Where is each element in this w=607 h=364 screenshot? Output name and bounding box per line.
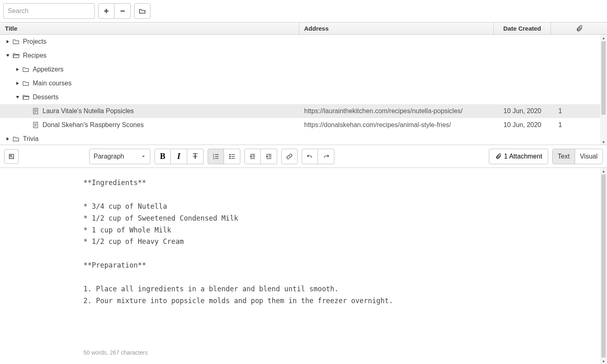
tree-row[interactable]: Laura Vitale's Nutella Popsicleshttps://… <box>0 104 607 118</box>
title-cell: Desserts <box>0 94 299 101</box>
remove-button[interactable] <box>114 3 131 19</box>
caret-right-icon[interactable] <box>5 137 11 141</box>
title-cell: Main courses <box>0 80 299 87</box>
plus-icon <box>103 7 110 15</box>
caret-right-icon[interactable] <box>15 67 20 71</box>
title-cell: Laura Vitale's Nutella Popsicles <box>0 107 299 115</box>
bold-button[interactable]: B <box>155 149 171 164</box>
scroll-thumb[interactable] <box>601 41 606 115</box>
row-title: Appetizers <box>33 66 64 73</box>
tree-row[interactable]: Recipes <box>0 49 607 63</box>
folder-icon <box>22 80 29 87</box>
title-cell: Recipes <box>0 52 299 59</box>
tree-row[interactable]: Projects <box>0 35 607 49</box>
paperclip-icon <box>495 153 502 160</box>
italic-button[interactable]: I <box>171 149 187 164</box>
column-date[interactable]: Date Created <box>494 22 551 34</box>
title-cell: Donal Skehan's Raspberry Scones <box>0 121 299 129</box>
title-cell: Projects <box>0 38 299 45</box>
folder-icon <box>139 7 146 15</box>
column-address[interactable]: Address <box>299 22 494 34</box>
date-cell: 10 Jun, 2020 <box>494 121 551 129</box>
ordered-list-icon: 123 <box>213 153 219 160</box>
attachment-cell: 1 <box>551 107 607 115</box>
title-cell: Trivia <box>0 135 299 143</box>
scroll-down-arrow[interactable]: ▾ <box>600 358 607 364</box>
view-text-button[interactable]: Text <box>553 149 574 164</box>
title-cell: Appetizers <box>0 66 299 73</box>
folder-open-icon <box>22 94 29 101</box>
expand-icon <box>8 153 15 160</box>
top-toolbar <box>0 0 607 22</box>
svg-point-20 <box>229 158 230 159</box>
svg-text:3: 3 <box>213 158 214 160</box>
indent-icon <box>266 153 272 160</box>
svg-text:1: 1 <box>213 153 214 155</box>
editor-textarea[interactable]: **Ingredients** * 3/4 cup of Nutella * 1… <box>0 168 607 345</box>
outdent-button[interactable] <box>244 149 261 164</box>
editor-toolbar: Paragraph B I T 123 <box>0 145 607 168</box>
ordered-list-button[interactable]: 123 <box>208 149 224 164</box>
note-icon <box>32 107 39 115</box>
paperclip-icon <box>576 25 583 32</box>
scroll-down-arrow[interactable]: ▾ <box>600 139 607 145</box>
svg-point-18 <box>229 154 230 155</box>
indent-button[interactable] <box>261 149 277 164</box>
caret-down-icon[interactable] <box>15 95 20 99</box>
add-button[interactable] <box>98 3 114 19</box>
folder-open-icon <box>12 52 20 59</box>
svg-point-19 <box>229 156 230 157</box>
caret-right-icon[interactable] <box>5 40 11 44</box>
row-title: Main courses <box>33 80 72 87</box>
tree-row[interactable]: Main courses <box>0 76 607 90</box>
unordered-list-button[interactable] <box>224 149 240 164</box>
column-title[interactable]: Title <box>0 22 299 34</box>
date-cell: 10 Jun, 2020 <box>494 107 551 115</box>
strikethrough-button[interactable]: T <box>187 149 204 164</box>
link-icon <box>286 153 293 160</box>
caret-down-icon[interactable] <box>5 54 11 58</box>
note-icon <box>32 121 39 129</box>
address-cell: https://donalskehan.com/recipes/animal-s… <box>299 121 494 129</box>
chevron-down-icon <box>141 154 146 159</box>
tree-row[interactable]: Trivia <box>0 132 607 145</box>
folder-button[interactable] <box>134 3 150 19</box>
tree-scrollbar[interactable]: ▴ ▾ <box>600 35 607 145</box>
unordered-list-icon <box>229 153 235 160</box>
column-attachment[interactable] <box>551 22 607 34</box>
minus-icon <box>119 7 126 15</box>
scroll-up-arrow[interactable]: ▴ <box>600 168 607 174</box>
redo-button[interactable] <box>318 149 334 164</box>
caret-right-icon[interactable] <box>15 81 20 85</box>
row-title: Trivia <box>23 135 39 143</box>
tree-row[interactable]: Appetizers <box>0 63 607 76</box>
scroll-up-arrow[interactable]: ▴ <box>600 35 607 40</box>
attachment-cell: 1 <box>551 121 607 129</box>
editor-scrollbar[interactable]: ▴ ▾ <box>600 168 607 364</box>
search-input[interactable] <box>3 3 95 19</box>
outdent-icon <box>249 153 256 160</box>
tree-header: Title Address Date Created <box>0 22 607 35</box>
attachment-button[interactable]: 1 Attachment <box>489 149 548 164</box>
tree-row[interactable]: Donal Skehan's Raspberry Sconeshttps://d… <box>0 118 607 132</box>
view-visual-button[interactable]: Visual <box>575 149 603 164</box>
row-title: Donal Skehan's Raspberry Scones <box>43 121 144 129</box>
undo-icon <box>307 153 313 160</box>
scroll-thumb[interactable] <box>601 174 606 357</box>
redo-icon <box>323 153 329 160</box>
row-title: Laura Vitale's Nutella Popsicles <box>43 107 134 115</box>
undo-button[interactable] <box>302 149 318 164</box>
folder-icon <box>12 38 20 45</box>
tree-panel: Title Address Date Created ProjectsRecip… <box>0 22 607 145</box>
expand-editor-button[interactable] <box>4 149 19 164</box>
tree-row[interactable]: Desserts <box>0 90 607 104</box>
attachment-label: 1 Attachment <box>504 153 542 160</box>
tree-body[interactable]: ProjectsRecipesAppetizersMain coursesDes… <box>0 35 607 145</box>
svg-text:2: 2 <box>213 156 214 158</box>
status-bar: 50 words, 267 characters <box>0 345 607 364</box>
link-button[interactable] <box>281 149 298 164</box>
paragraph-style-select[interactable]: Paragraph <box>89 149 150 164</box>
row-title: Recipes <box>23 52 47 59</box>
row-title: Desserts <box>33 94 58 101</box>
editor-panel: **Ingredients** * 3/4 cup of Nutella * 1… <box>0 168 607 364</box>
